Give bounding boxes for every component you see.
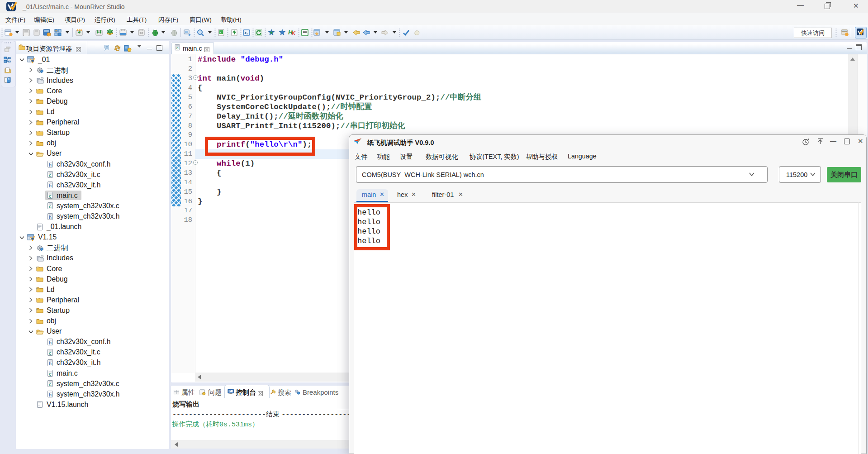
svg-text:c: c bbox=[176, 46, 178, 51]
svg-text:h: h bbox=[49, 184, 52, 189]
svg-text:c: c bbox=[49, 205, 52, 210]
svg-text:h: h bbox=[49, 340, 52, 345]
svg-text:c: c bbox=[49, 382, 52, 387]
svg-text:h: h bbox=[49, 215, 52, 220]
svg-text:x: x bbox=[220, 31, 222, 34]
svg-text:h: h bbox=[49, 361, 52, 366]
svg-text:c: c bbox=[49, 372, 52, 377]
svg-text:h: h bbox=[49, 163, 52, 168]
svg-text:K: K bbox=[292, 30, 296, 36]
svg-text:c: c bbox=[49, 173, 52, 178]
svg-text:c: c bbox=[49, 351, 52, 356]
svg-text:c: c bbox=[49, 194, 52, 199]
svg-text:h: h bbox=[49, 393, 52, 398]
